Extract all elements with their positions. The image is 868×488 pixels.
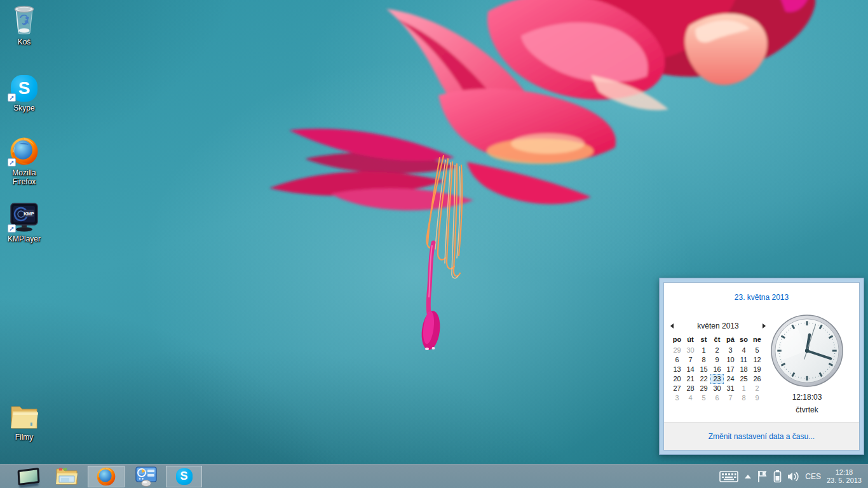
calendar-day[interactable]: 17: [724, 365, 737, 374]
calendar-day[interactable]: 14: [684, 365, 697, 374]
desktop-icon-recycle-bin[interactable]: Koš: [1, 4, 47, 46]
calendar-day[interactable]: 3: [724, 346, 737, 355]
calendar-day[interactable]: 31: [724, 384, 737, 393]
calendar-day[interactable]: 28: [684, 384, 697, 393]
day-header-pá: pá: [724, 335, 737, 344]
calendar-days: 2930123456789101112131415161718192021222…: [670, 346, 764, 403]
language-indicator[interactable]: CES: [805, 472, 821, 481]
folder-icon: [9, 403, 39, 431]
prev-month-button[interactable]: [670, 323, 674, 329]
day-header-út: út: [684, 335, 697, 344]
clock-calendar-flyout: 23. května 2013 květen 2013 poútstčtpáso…: [659, 278, 864, 455]
calendar-day[interactable]: 4: [684, 393, 697, 403]
calendar-day[interactable]: 8: [697, 355, 710, 365]
desktop-icon-firefox[interactable]: ➚ Mozilla Firefox: [1, 135, 47, 186]
calendar-day[interactable]: 24: [724, 374, 737, 384]
touch-keyboard-icon[interactable]: [719, 470, 738, 483]
calendar-day[interactable]: 6: [670, 355, 684, 365]
digital-time: 12:18:03: [766, 393, 848, 402]
calendar-day[interactable]: 30: [684, 346, 697, 355]
recycle-bin-icon: [10, 5, 38, 36]
desktop: Koš S ➚ Skype: [0, 0, 868, 488]
calendar-day[interactable]: 29: [670, 346, 684, 355]
calendar-day[interactable]: 12: [750, 355, 764, 365]
calendar-day[interactable]: 3: [670, 393, 684, 403]
day-header-so: so: [737, 335, 750, 344]
taskbar-control-panel-button[interactable]: [132, 464, 160, 488]
calendar-day-headers: poútstčtpásone: [670, 335, 764, 344]
calendar-day[interactable]: 23: [710, 374, 724, 384]
calendar-day[interactable]: 25: [737, 374, 750, 384]
desktop-icon-label: KMPlayer: [1, 234, 47, 243]
calendar-day[interactable]: 9: [710, 355, 724, 365]
day-header-po: po: [670, 335, 684, 344]
calendar-day[interactable]: 27: [670, 384, 684, 393]
calendar-day[interactable]: 1: [737, 384, 750, 393]
calendar-day[interactable]: 7: [724, 393, 737, 403]
flyout-date-header: 23. května 2013: [664, 293, 859, 302]
calendar-day[interactable]: 22: [697, 374, 710, 384]
calendar-day[interactable]: 4: [737, 346, 750, 355]
calendar-day[interactable]: 2: [710, 346, 724, 355]
day-header-ne: ne: [750, 335, 764, 344]
calendar-day[interactable]: 16: [710, 365, 724, 374]
calendar-day[interactable]: 15: [697, 365, 710, 374]
tray-time: 12:18: [827, 468, 862, 477]
day-header-čt: čt: [710, 335, 724, 344]
svg-text:KMP: KMP: [24, 211, 34, 217]
firefox-icon: [96, 466, 116, 487]
clock-column: 12:18:03 čtvrtek: [766, 313, 848, 414]
calendar-day[interactable]: 9: [750, 393, 764, 403]
calendar-day[interactable]: 1: [697, 346, 710, 355]
taskbar: S: [0, 464, 868, 488]
weekday-label: čtvrtek: [766, 405, 848, 414]
desktop-icon-kmplayer[interactable]: KMP ➚ KMPlayer: [1, 201, 47, 243]
day-header-st: st: [697, 335, 710, 344]
month-year-label[interactable]: květen 2013: [697, 322, 738, 330]
calendar-day[interactable]: 13: [670, 365, 684, 374]
analog-clock: [770, 313, 844, 388]
desktop-icon-skype[interactable]: S ➚ Skype: [1, 70, 47, 112]
calendar-day[interactable]: 10: [724, 355, 737, 365]
calendar-day[interactable]: 19: [750, 365, 764, 374]
calendar-day[interactable]: 11: [737, 355, 750, 365]
battery-icon[interactable]: [773, 470, 782, 483]
calendar-day[interactable]: 26: [750, 374, 764, 384]
calendar-day[interactable]: 6: [710, 393, 724, 403]
tray-date: 23. 5. 2013: [827, 477, 862, 485]
file-explorer-icon: [55, 467, 78, 486]
desktop-icon-filmy-folder[interactable]: Filmy: [1, 399, 47, 442]
action-center-flag-icon[interactable]: [757, 470, 768, 483]
calendar-day[interactable]: 20: [670, 374, 684, 384]
change-datetime-settings-link[interactable]: Změnit nastavení data a času...: [709, 432, 815, 441]
tray-clock[interactable]: 12:18 23. 5. 2013: [827, 468, 862, 485]
taskbar-file-explorer-button[interactable]: [53, 464, 80, 488]
taskbar-pinned-apps: S: [0, 464, 202, 488]
system-tray: CES 12:18 23. 5. 2013: [714, 464, 868, 488]
volume-icon[interactable]: [787, 471, 799, 482]
calendar-day[interactable]: 30: [710, 384, 724, 393]
desktop-monitor-icon: [17, 467, 39, 485]
shortcut-arrow-icon: ➚: [8, 158, 16, 166]
calendar-day[interactable]: 7: [684, 355, 697, 365]
flyout-footer: Změnit nastavení data a času...: [664, 422, 859, 450]
calendar-day[interactable]: 5: [750, 346, 764, 355]
calendar-day[interactable]: 5: [697, 393, 710, 403]
calendar-nav: květen 2013: [670, 321, 766, 331]
calendar-day[interactable]: 21: [684, 374, 697, 384]
calendar-day[interactable]: 29: [697, 384, 710, 393]
calendar-day[interactable]: 18: [737, 365, 750, 374]
taskbar-desktop-monitor-button[interactable]: [15, 464, 42, 488]
show-hidden-icons-button[interactable]: [744, 474, 752, 479]
desktop-icon-label: Skype: [1, 104, 47, 112]
calendar-day[interactable]: 2: [750, 384, 764, 393]
skype-icon: S: [176, 468, 193, 485]
desktop-icon-label: Koš: [1, 37, 47, 46]
control-panel-icon: [135, 466, 158, 487]
desktop-icon-label: Mozilla Firefox: [1, 168, 47, 186]
taskbar-firefox-button[interactable]: [88, 466, 125, 487]
taskbar-skype-button[interactable]: S: [166, 466, 202, 487]
calendar-day[interactable]: 8: [737, 393, 750, 403]
shortcut-arrow-icon: ➚: [8, 224, 16, 233]
desktop-icon-label: Filmy: [1, 433, 47, 442]
